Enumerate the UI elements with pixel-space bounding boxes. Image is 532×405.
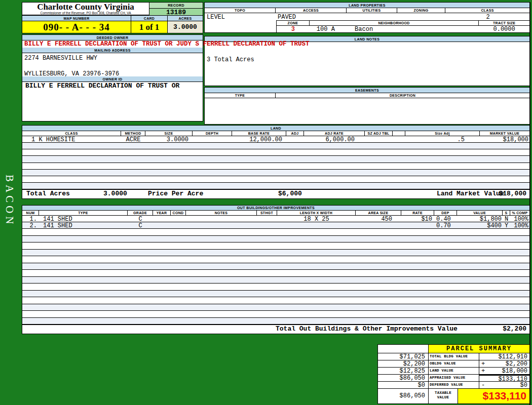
county-header-box: Charlotte County Virginia Commissioner o… <box>22 2 149 15</box>
ps-row-total-bldg: $71,025 TOTAL BLDG VALUE $112,910 <box>377 353 530 360</box>
ob-cond <box>171 216 186 222</box>
prior-obldg: $2,200 <box>378 360 429 367</box>
ob-row-1: 1. 141 SHED C 18 X 25 450 $10 0.40 $1,80… <box>22 216 529 222</box>
label-taxable: TAXABLE VALUE <box>429 389 458 403</box>
land-base-rate: 12,000.00 <box>232 136 286 142</box>
topo-header: TOPO <box>205 8 276 13</box>
land-empty-rows <box>22 143 529 189</box>
land-adj <box>286 136 304 142</box>
neighborhood-name: Bacon <box>355 26 373 33</box>
access-header: ACCESS <box>276 8 347 13</box>
parcel-summary-prior-header <box>378 345 429 353</box>
empty-row <box>22 304 529 311</box>
land-col-class: CLASS <box>22 131 121 136</box>
empty-row <box>22 291 529 298</box>
parcel-record-card: BACON Charlotte County Virginia Commissi… <box>0 0 532 405</box>
ob-pct-comp: 100% <box>510 222 529 228</box>
ob-dep: 0.70 <box>434 222 457 228</box>
empty-row <box>22 318 529 325</box>
ob-col-value: VALUE <box>457 211 503 216</box>
ob-col-num: NUM <box>22 211 39 216</box>
ob-col-pct-comp: % COMP <box>510 211 529 216</box>
map-number-band: MAP NUMBER CARD ACRES 090- - A- - - 34 1… <box>22 15 203 33</box>
total-acres-label: Total Acres <box>26 190 70 197</box>
label-obldg: OBLDG VALUE <box>429 360 479 367</box>
land-market-value-label: Land Market Value <box>437 190 504 197</box>
land-sz-adj-tbl <box>365 136 393 142</box>
ps-row-appraised: $86,050 APPRAISED VALUE $133,110 <box>377 375 530 382</box>
land-totals-row: Total Acres 3.0000 Price Per Acre $6,000… <box>22 189 529 200</box>
tract-size-value: 0.0000 <box>479 26 529 33</box>
zone-value: 3 <box>277 26 310 33</box>
ob-s: Y <box>503 222 510 228</box>
land-title: LAND <box>22 126 529 131</box>
ob-value: $1,800 <box>457 216 503 222</box>
out-buildings-section: OUT BUILDINGS/OTHER IMPROVEMENTS NUM TYP… <box>22 205 530 334</box>
ps-row-deferred: $0 DEFERRED VALUE -$0 <box>377 382 530 389</box>
ps-row-land: $12,825 LAND VALUE +$18,000 <box>377 368 530 375</box>
land-properties-values: LEVEL PAVED 2 ZONE NEIGHBORHOOD TRACT SI… <box>205 13 529 33</box>
label-total-bldg: TOTAL BLDG VALUE <box>429 353 479 360</box>
deeded-owner-value: BILLY E FERRELL DECLARATION OF TRUST OR … <box>22 40 203 48</box>
ob-grade: C <box>128 222 153 228</box>
label-land: LAND VALUE <box>429 368 479 374</box>
ob-type: 141 SHED <box>39 222 128 228</box>
taxable-value: $133,110 <box>458 389 529 403</box>
land-col-adj-rate: ADJ RATE <box>304 131 365 136</box>
empty-row <box>22 250 529 257</box>
ob-length-width <box>277 222 356 228</box>
land-method: ACRE <box>121 136 145 142</box>
land-col-depth: DEPTH <box>193 131 232 136</box>
value-deferred: $0 <box>520 382 527 388</box>
land-size: 3.0000 <box>145 136 193 142</box>
ob-pct-comp: 100% <box>510 216 529 222</box>
deeded-owner-label: DEEDED OWNER <box>22 35 203 40</box>
neighborhood-value: 100 A Bacon <box>310 26 479 33</box>
empty-row <box>22 277 529 284</box>
ob-col-grade: GRADE <box>128 211 153 216</box>
total-acres-value: 3.0000 <box>103 190 127 197</box>
prior-land: $12,825 <box>378 368 429 374</box>
ob-col-type: TYPE <box>39 211 128 216</box>
easements-title: EASEMENTS <box>205 88 529 93</box>
empty-row <box>22 176 529 183</box>
ob-empty-rows <box>22 229 529 325</box>
acres-label: ACRES <box>168 16 203 21</box>
class-value: 2 <box>446 14 529 21</box>
land-properties-section: LAND PROPERTIES TOPO ACCESS UTILITIES ZO… <box>204 2 530 33</box>
ob-sthgt <box>257 216 277 222</box>
mailing-address-block: 2274 BARNESVILLE HWY WYLLIESBURG, VA 239… <box>22 53 203 76</box>
empty-row <box>22 311 529 318</box>
ob-rate <box>401 222 434 228</box>
ps-row-taxable: $86,050 TAXABLE VALUE $133,110 <box>377 389 530 404</box>
ob-value: $400 <box>457 222 503 228</box>
ob-notes <box>186 222 257 228</box>
record-box: RECORD 13189 <box>149 2 203 15</box>
empty-row <box>22 297 529 304</box>
empty-row <box>22 284 529 291</box>
ob-dep: 0.40 <box>434 216 457 222</box>
sign: + <box>481 368 485 374</box>
parcel-summary-section: PARCEL SUMMARY $71,025 TOTAL BLDG VALUE … <box>377 344 530 404</box>
ob-year <box>153 222 171 228</box>
label-deferred: DEFERRED VALUE <box>429 382 479 388</box>
easement-description-header: DESCRIPTION <box>276 93 529 98</box>
ob-col-sthgt: STHGT <box>257 211 277 216</box>
neighborhood-code: 100 A <box>317 26 335 33</box>
land-row: 1 K HOMESITE ACRE 3.0000 12,000.00 6,000… <box>22 136 529 143</box>
empty-row <box>22 229 529 236</box>
parcel-summary-header: PARCEL SUMMARY <box>377 344 530 353</box>
acres-value: 3.0000 <box>168 21 203 33</box>
empty-row <box>22 270 529 277</box>
zoning-header: ZONING <box>397 8 445 13</box>
zone-label: ZONE <box>277 21 310 26</box>
land-class: 1 K HOMESITE <box>22 136 121 142</box>
ob-type: 141 SHED <box>39 216 128 222</box>
card-value: 1 of 1 <box>131 21 168 33</box>
address-line-1: 2274 BARNESVILLE HWY <box>24 55 203 62</box>
price-per-acre-label: Price Per Acre <box>148 190 203 197</box>
price-per-acre-value: $6,000 <box>278 190 302 197</box>
ob-col-rate: RATE <box>401 211 434 216</box>
land-depth <box>193 136 232 142</box>
ps-row-obldg: $2,200 OBLDG VALUE +$2,200 <box>377 360 530 368</box>
